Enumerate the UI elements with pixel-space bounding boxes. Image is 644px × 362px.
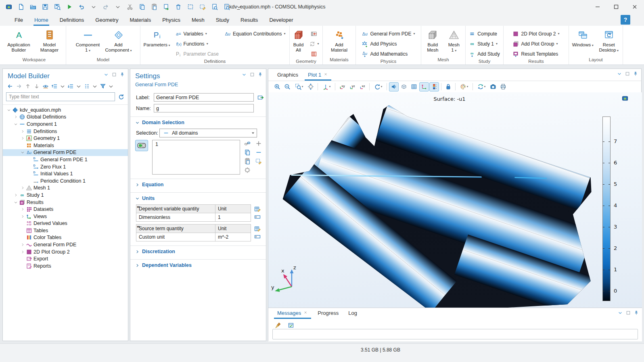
panel-pin-icon[interactable] — [120, 72, 125, 77]
field-edit-icon[interactable] — [254, 214, 261, 220]
tree-item-mesh-1[interactable]: Mesh 1 — [3, 185, 128, 192]
panel-menu-icon[interactable] — [618, 310, 623, 315]
gfx-tool-show-axes-button[interactable] — [419, 82, 429, 92]
table-edit-icon[interactable] — [254, 226, 261, 232]
tree-filter-input[interactable]: Type filter text — [6, 92, 115, 101]
ribbon-model-manager-button[interactable]: ModelManager — [35, 28, 64, 53]
copy-selection-icon[interactable] — [244, 149, 251, 156]
add-to-selection-icon[interactable] — [255, 140, 262, 147]
tree-item-general-form-pde[interactable]: ΔuGeneral Form PDE — [3, 149, 128, 156]
ribbon-result-templates-button[interactable]: Result Templates — [510, 49, 561, 59]
units-table-cell[interactable]: Dimensionless — [136, 213, 215, 222]
tree-item-definitions[interactable]: Definitions — [3, 128, 128, 135]
menu-physics[interactable]: Physics — [157, 14, 186, 26]
chevron-right-icon[interactable] — [20, 129, 25, 133]
msg-tool-clear-log-button[interactable] — [273, 320, 283, 330]
discretization-header[interactable]: Discretization — [130, 246, 266, 255]
chevron-right-icon[interactable] — [20, 186, 25, 190]
tree-item-export[interactable]: Export — [3, 255, 128, 262]
minimize-button[interactable] — [588, 0, 607, 14]
units-table-cell[interactable]: 1 — [215, 213, 251, 222]
mb-tool-collapse-all-button[interactable] — [50, 82, 59, 90]
tree-item-general-form-pde[interactable]: General Form PDE — [3, 241, 128, 248]
tree-item-zero-flux-1[interactable]: DZero Flux 1 — [3, 163, 128, 171]
chevron-down-icon[interactable] — [13, 200, 19, 204]
gfx-tool-zoom-in-button[interactable] — [272, 82, 282, 92]
gfx-tool-view-yz-button[interactable]: yz — [347, 82, 357, 92]
ribbon-mesh-1-button[interactable]: Mesh1 ▾ — [444, 28, 464, 53]
gfx-tool-table-grid-button[interactable] — [409, 82, 419, 92]
mb-tool-caret-down-button[interactable] — [108, 82, 114, 90]
chevron-right-icon[interactable] — [20, 243, 25, 247]
ribbon-add-physics-button[interactable]: Add Physics — [360, 39, 417, 49]
chevron-right-icon[interactable] — [13, 115, 19, 119]
qat-find-button[interactable] — [209, 2, 220, 12]
ribbon-update-geometry-button[interactable]: ▾ — [307, 39, 321, 49]
qat-duplicate-button[interactable] — [161, 2, 172, 12]
qat-select-box-button[interactable] — [185, 2, 196, 12]
tree-item-component-1[interactable]: Component 1 — [3, 121, 128, 128]
tree-item-kdv-equation-mph[interactable]: kdv_equation.mph — [3, 106, 128, 114]
chevron-down-icon[interactable] — [6, 108, 12, 112]
menu-definitions[interactable]: Definitions — [54, 14, 90, 26]
menu-developer[interactable]: Developer — [263, 14, 299, 26]
qat-new-file-button[interactable] — [15, 2, 27, 12]
mb-tool-caret-down-button[interactable] — [75, 82, 82, 90]
gfx-tool-extents-button[interactable] — [306, 82, 316, 92]
mb-tool-caret-down-button[interactable] — [59, 82, 66, 90]
tree-item-2d-plot-group-2[interactable]: 2D Plot Group 2 — [3, 248, 128, 256]
tab-plot-1[interactable]: Plot 1 — [304, 72, 332, 81]
panel-menu-icon[interactable] — [242, 72, 247, 77]
mb-tool-nav-forward-button[interactable] — [15, 82, 23, 90]
panel-float-icon[interactable] — [112, 72, 117, 77]
chevron-down-icon[interactable] — [20, 150, 25, 154]
active-toggle-button[interactable] — [135, 140, 148, 151]
menu-study[interactable]: Study — [210, 14, 235, 26]
help-button[interactable]: ? — [621, 15, 630, 25]
mb-tool-show-hide-button[interactable] — [42, 82, 50, 90]
ribbon-study-1-button[interactable]: ∞Study 1▾ — [467, 39, 502, 49]
tab-close-icon[interactable] — [303, 310, 308, 316]
label-field-input[interactable]: General Form PDE — [154, 93, 254, 102]
domain-list-item[interactable]: 1 — [155, 141, 237, 147]
qat-caret-down-button[interactable] — [88, 2, 99, 12]
menu-results[interactable]: Results — [235, 14, 263, 26]
ribbon-import-geometry-button[interactable] — [307, 29, 321, 39]
tree-item-color-tables[interactable]: Color Tables — [3, 234, 128, 241]
ribbon-component-1-button[interactable]: Component1 ▾ — [73, 28, 102, 53]
ribbon-functions-button[interactable]: f(x)Functions▾ — [173, 39, 221, 49]
plot-3d-view[interactable]: Surface: -u1 — [268, 92, 642, 308]
gfx-tool-snapshot-button[interactable] — [488, 82, 498, 92]
create-selection-icon[interactable] — [244, 140, 251, 147]
gfx-tool-transparency-button[interactable] — [399, 82, 409, 92]
tree-item-datasets[interactable]: Datasets — [3, 206, 128, 213]
menu-file[interactable]: File — [9, 14, 29, 26]
tab-close-icon[interactable] — [324, 72, 328, 78]
equation-header[interactable]: Equation — [130, 179, 266, 188]
chevron-down-icon[interactable] — [13, 122, 19, 126]
panel-float-icon[interactable] — [625, 71, 630, 76]
ribbon-parameters-button[interactable]: PiParameters ▾ — [142, 28, 171, 48]
clear-selection-icon[interactable] — [255, 158, 262, 165]
units-table-cell[interactable]: Custom unit — [136, 233, 215, 241]
mb-tool-move-down-button[interactable] — [33, 82, 41, 90]
gfx-tool-print-button[interactable] — [498, 82, 508, 92]
domain-selection-header[interactable]: Domain Selection — [130, 117, 266, 126]
selection-combobox[interactable]: All domains — [159, 129, 257, 137]
menu-geometry[interactable]: Geometry — [90, 14, 124, 26]
gfx-tool-color-theme-button[interactable]: ▾ — [458, 82, 470, 92]
gfx-tool-zoom-out-button[interactable] — [282, 82, 292, 92]
tree-item-materials[interactable]: Materials — [3, 142, 128, 149]
ribbon-general-form-pde-button[interactable]: ΔuGeneral Form PDE▾ — [360, 29, 417, 39]
gfx-tool-update-plot-button[interactable]: ▾ — [475, 82, 488, 92]
ribbon-add-study-button[interactable]: ∞Add Study — [467, 49, 502, 59]
maximize-button[interactable] — [607, 0, 625, 14]
mb-tool-filter-button[interactable] — [99, 82, 107, 90]
qat-redo-button[interactable] — [100, 2, 111, 12]
msg-tool-table-message-button[interactable] — [286, 320, 296, 330]
units-header[interactable]: Units — [130, 193, 266, 202]
panel-pin-icon[interactable] — [633, 71, 638, 76]
gfx-tool-go-to-view-button[interactable]: ▾ — [320, 82, 333, 92]
units-table-cell[interactable]: m^-2 — [215, 233, 251, 241]
ribbon-add-plot-group-button[interactable]: Add Plot Group▾ — [510, 39, 561, 49]
